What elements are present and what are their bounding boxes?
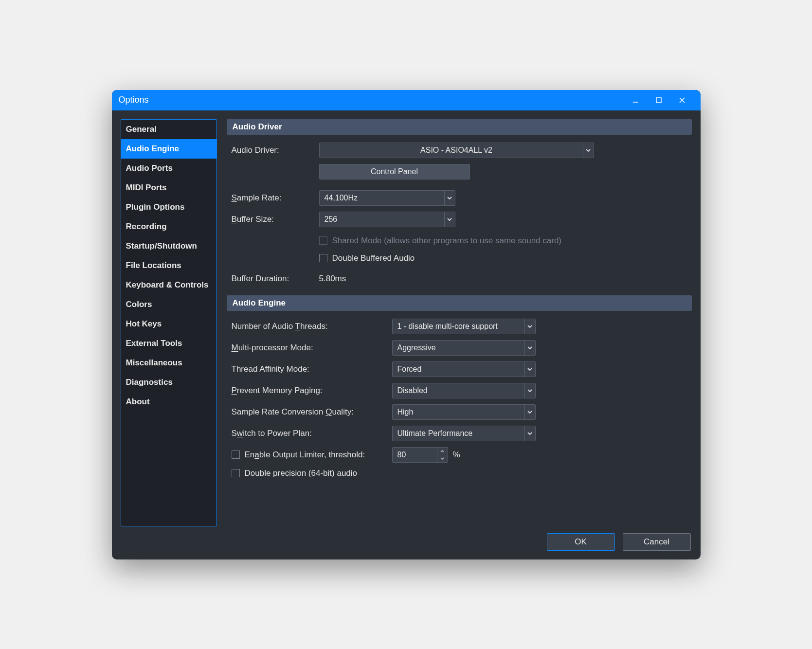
chevron-down-icon bbox=[444, 212, 455, 227]
chevron-down-icon bbox=[444, 191, 455, 205]
threads-select[interactable]: 1 - disable multi-core support bbox=[392, 319, 536, 334]
power-plan-select[interactable]: Ultimate Performance bbox=[392, 426, 536, 441]
double-buffered-label: Double Buffered Audio bbox=[332, 253, 415, 263]
spinner-icon[interactable] bbox=[437, 448, 448, 462]
output-limiter-checkbox[interactable] bbox=[232, 451, 240, 459]
section-body-audio-driver: Audio Driver: ASIO - ASIO4ALL v2 Control… bbox=[227, 135, 692, 295]
sidebar-item-audio-ports[interactable]: Audio Ports bbox=[121, 159, 217, 178]
chevron-down-icon bbox=[524, 426, 535, 441]
sidebar-item-file-locations[interactable]: File Locations bbox=[121, 256, 217, 275]
sidebar-item-startup-shutdown[interactable]: Startup/Shutdown bbox=[121, 236, 217, 256]
buffer-size-value: 256 bbox=[325, 215, 338, 224]
multi-processor-label: Multi-processor Mode: bbox=[232, 343, 392, 353]
titlebar: Options bbox=[112, 90, 701, 110]
control-panel-button[interactable]: Control Panel bbox=[319, 164, 470, 180]
output-limiter-label: Enable Output Limiter, threshold: bbox=[245, 450, 365, 460]
maximize-button[interactable] bbox=[647, 90, 670, 110]
chevron-down-icon bbox=[524, 405, 535, 419]
memory-paging-select[interactable]: Disabled bbox=[392, 383, 536, 398]
buffer-duration-label: Buffer Duration: bbox=[232, 274, 319, 284]
sidebar-item-keyboard-controls[interactable]: Keyboard & Controls bbox=[121, 275, 217, 295]
options-sidebar: General Audio Engine Audio Ports MIDI Po… bbox=[121, 119, 217, 526]
multi-processor-select[interactable]: Aggressive bbox=[392, 340, 536, 356]
memory-paging-label: Prevent Memory Paging: bbox=[232, 386, 392, 396]
double-precision-label: Double precision (64-bit) audio bbox=[245, 469, 358, 478]
sidebar-item-external-tools[interactable]: External Tools bbox=[121, 334, 217, 353]
section-body-audio-engine: Number of Audio Threads: 1 - disable mul… bbox=[227, 311, 692, 495]
src-quality-value: High bbox=[397, 408, 414, 416]
sidebar-item-diagnostics[interactable]: Diagnostics bbox=[121, 373, 217, 392]
audio-driver-select[interactable]: ASIO - ASIO4ALL v2 bbox=[319, 143, 594, 158]
memory-paging-value: Disabled bbox=[397, 386, 428, 395]
src-quality-select[interactable]: High bbox=[392, 404, 536, 420]
sidebar-item-plugin-options[interactable]: Plugin Options bbox=[121, 198, 217, 217]
buffer-duration-value: 5.80ms bbox=[319, 274, 346, 284]
sidebar-item-about[interactable]: About bbox=[121, 392, 217, 412]
threads-value: 1 - disable multi-core support bbox=[397, 322, 498, 331]
close-button[interactable] bbox=[670, 90, 694, 110]
power-plan-label: Switch to Power Plan: bbox=[232, 429, 392, 438]
threads-label: Number of Audio Threads: bbox=[232, 322, 392, 331]
section-header-audio-engine: Audio Engine bbox=[227, 295, 692, 311]
chevron-down-icon bbox=[524, 319, 535, 334]
audio-driver-value: ASIO - ASIO4ALL v2 bbox=[420, 146, 492, 155]
double-precision-checkbox[interactable] bbox=[232, 469, 240, 477]
shared-mode-label: Shared Mode (allows other programs to us… bbox=[332, 236, 562, 246]
sidebar-item-audio-engine[interactable]: Audio Engine bbox=[121, 139, 217, 159]
buffer-size-select[interactable]: 256 bbox=[319, 212, 455, 227]
sidebar-item-recording[interactable]: Recording bbox=[121, 217, 217, 236]
sample-rate-label: Sample Rate: bbox=[232, 193, 319, 203]
sample-rate-value: 44,100Hz bbox=[325, 194, 358, 202]
chevron-down-icon bbox=[524, 341, 535, 355]
buffer-size-label: Buffer Size: bbox=[232, 215, 319, 224]
output-limiter-unit: % bbox=[453, 450, 460, 460]
options-window: Options General Audio Engine Audio Ports… bbox=[112, 90, 701, 559]
chevron-down-icon bbox=[583, 143, 594, 158]
audio-driver-label: Audio Driver: bbox=[232, 145, 319, 155]
sidebar-item-midi-ports[interactable]: MIDI Ports bbox=[121, 178, 217, 198]
shared-mode-checkbox bbox=[319, 236, 327, 245]
sidebar-item-hot-keys[interactable]: Hot Keys bbox=[121, 314, 217, 334]
section-header-audio-driver: Audio Driver bbox=[227, 119, 692, 135]
chevron-down-icon bbox=[524, 383, 535, 398]
src-quality-label: Sample Rate Conversion Quality: bbox=[232, 407, 392, 417]
options-content: Audio Driver Audio Driver: ASIO - ASIO4A… bbox=[227, 119, 692, 526]
power-plan-value: Ultimate Performance bbox=[397, 429, 473, 438]
ok-button[interactable]: OK bbox=[547, 533, 615, 551]
sidebar-item-miscellaneous[interactable]: Miscellaneous bbox=[121, 353, 217, 373]
cancel-button[interactable]: Cancel bbox=[623, 533, 691, 551]
sidebar-item-general[interactable]: General bbox=[121, 120, 217, 139]
double-buffered-checkbox[interactable] bbox=[319, 254, 327, 262]
sample-rate-select[interactable]: 44,100Hz bbox=[319, 190, 455, 206]
chevron-down-icon bbox=[524, 362, 535, 377]
thread-affinity-value: Forced bbox=[397, 365, 422, 374]
output-limiter-value-input[interactable]: 80 bbox=[392, 447, 448, 463]
multi-processor-value: Aggressive bbox=[397, 343, 436, 352]
thread-affinity-label: Thread Affinity Mode: bbox=[232, 364, 392, 374]
output-limiter-value: 80 bbox=[397, 451, 406, 459]
thread-affinity-select[interactable]: Forced bbox=[392, 361, 536, 377]
window-title: Options bbox=[119, 95, 624, 105]
dialog-footer: OK Cancel bbox=[112, 526, 701, 559]
minimize-button[interactable] bbox=[624, 90, 647, 110]
svg-rect-0 bbox=[656, 98, 661, 103]
sidebar-item-colors[interactable]: Colors bbox=[121, 295, 217, 314]
